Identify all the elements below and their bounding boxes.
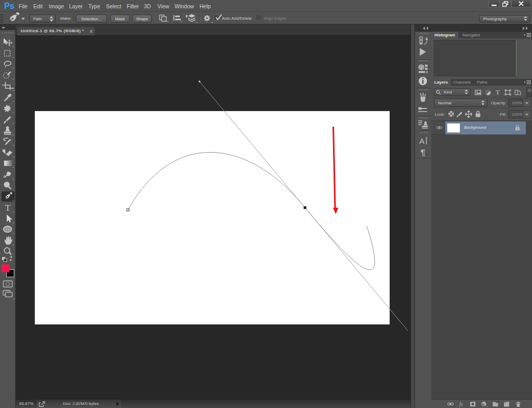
svg-text:¶: ¶ xyxy=(420,148,425,158)
svg-text:A: A xyxy=(419,137,424,145)
svg-text:fx: fx xyxy=(459,401,463,407)
svg-text:T: T xyxy=(5,203,11,213)
